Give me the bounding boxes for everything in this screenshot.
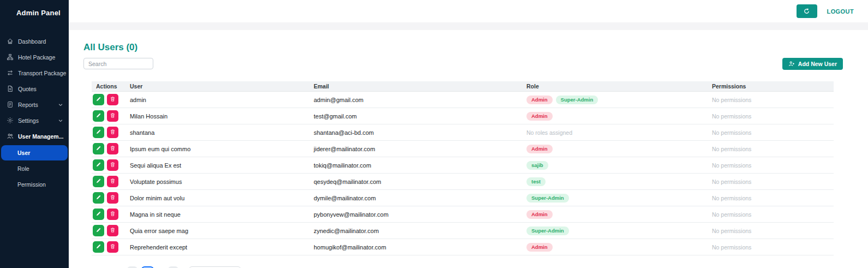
- pencil-icon: [95, 128, 101, 136]
- edit-user-button[interactable]: [93, 241, 104, 253]
- user-permissions: No permissions: [708, 97, 834, 103]
- trash-icon: [110, 145, 116, 153]
- topbar-divider: [69, 22, 868, 30]
- actions-cell: [92, 192, 125, 204]
- sitemap-icon: [7, 53, 14, 61]
- add-new-user-button[interactable]: Add New User: [782, 58, 843, 70]
- sidebar-item-label: Dashboard: [18, 38, 46, 45]
- role-badge: test: [526, 177, 546, 186]
- sidebar-subitem-role[interactable]: Role: [1, 161, 68, 176]
- user-permissions: No permissions: [708, 228, 834, 234]
- delete-user-button[interactable]: [107, 192, 118, 204]
- trash-icon: [110, 112, 116, 120]
- pencil-icon: [95, 161, 101, 169]
- delete-user-button[interactable]: [107, 176, 118, 187]
- pencil-icon: [95, 112, 101, 120]
- sidebar-subnav: UserRolePermission: [0, 145, 69, 192]
- sidebar-subitem-user[interactable]: User: [1, 145, 68, 160]
- column-header-permissions: Permissions: [708, 83, 834, 90]
- trash-icon: [110, 177, 116, 186]
- sidebar-item-hotel-package[interactable]: Hotel Package: [0, 49, 69, 65]
- sidebar-item-quotes[interactable]: Quotes: [0, 81, 69, 97]
- column-header-role: Role: [522, 83, 708, 90]
- delete-user-button[interactable]: [107, 209, 118, 220]
- users-table: ActionsUserEmailRolePermissions adminadm…: [92, 81, 834, 268]
- pencil-icon: [95, 177, 101, 186]
- edit-user-button[interactable]: [93, 159, 104, 171]
- table-row: Magna in sit nequepybonyvew@mailinator.c…: [92, 206, 834, 223]
- trash-icon: [110, 210, 116, 218]
- report-icon: [7, 101, 14, 108]
- user-name: shantana: [125, 129, 309, 136]
- trash-icon: [110, 227, 116, 235]
- pencil-icon: [95, 96, 101, 104]
- table-row: Voluptate possimusqesydeq@mailinator.com…: [92, 174, 834, 190]
- user-email: admin@gmail.com: [309, 97, 522, 103]
- main-area: LOGOUT All Users (0) Add New User Action…: [69, 0, 868, 268]
- role-badge: Admin: [526, 145, 553, 153]
- edit-user-button[interactable]: [93, 209, 104, 220]
- delete-user-button[interactable]: [107, 241, 118, 253]
- table-row: Sequi aliqua Ex esttokiq@mailinator.coms…: [92, 157, 834, 174]
- column-header-actions: Actions: [92, 83, 125, 90]
- edit-user-button[interactable]: [93, 94, 104, 105]
- app-title: Admin Panel: [0, 0, 69, 17]
- delete-user-button[interactable]: [107, 159, 118, 171]
- edit-user-button[interactable]: [93, 143, 104, 154]
- logout-link[interactable]: LOGOUT: [827, 8, 854, 15]
- page-title: All Users (0): [83, 42, 868, 53]
- table-row: Quia error saepe magzynedic@mailinator.c…: [92, 223, 834, 239]
- sidebar-item-label: User Managem...: [18, 133, 63, 140]
- edit-user-button[interactable]: [93, 192, 104, 204]
- role-badge: Admin: [526, 96, 553, 104]
- user-roles: Super-Admin: [522, 227, 708, 235]
- role-badge: Super-Admin: [526, 194, 569, 203]
- user-name: Reprehenderit except: [125, 244, 309, 251]
- user-email: test@gmail.com: [309, 113, 522, 120]
- sidebar-item-dashboard[interactable]: Dashboard: [0, 33, 69, 49]
- sidebar-subitem-permission[interactable]: Permission: [1, 177, 68, 192]
- edit-user-button[interactable]: [93, 127, 104, 138]
- pencil-icon: [95, 145, 101, 153]
- sidebar-item-user-managem[interactable]: User Managem...: [0, 128, 69, 144]
- search-input[interactable]: [83, 58, 153, 69]
- sidebar-nav: DashboardHotel PackageTransport PackageQ…: [0, 33, 69, 144]
- delete-user-button[interactable]: [107, 225, 118, 236]
- pencil-icon: [95, 210, 101, 218]
- delete-user-button[interactable]: [107, 94, 118, 105]
- delete-user-button[interactable]: [107, 110, 118, 122]
- toolbar: Add New User: [83, 58, 868, 70]
- sidebar-item-transport-package[interactable]: Transport Package: [0, 65, 69, 81]
- users-icon: [7, 133, 14, 140]
- user-roles: No roles assigned: [522, 129, 708, 136]
- trash-icon: [110, 128, 116, 136]
- user-roles: sajib: [522, 161, 708, 170]
- user-permissions: No permissions: [708, 211, 834, 218]
- edit-user-button[interactable]: [93, 225, 104, 236]
- trash-icon: [110, 194, 116, 202]
- user-roles: Admin: [522, 210, 708, 219]
- user-name: Sequi aliqua Ex est: [125, 162, 309, 169]
- delete-user-button[interactable]: [107, 127, 118, 138]
- sidebar-item-label: Transport Package: [18, 70, 66, 76]
- users-table-body: adminadmin@gmail.comAdminSuper-AdminNo p…: [92, 92, 834, 255]
- refresh-button[interactable]: [797, 4, 817, 18]
- edit-user-button[interactable]: [93, 176, 104, 187]
- table-row: adminadmin@gmail.comAdminSuper-AdminNo p…: [92, 92, 834, 108]
- user-roles: Admin: [522, 243, 708, 252]
- user-permissions: No permissions: [708, 146, 834, 152]
- sidebar-item-reports[interactable]: Reports: [0, 97, 69, 112]
- actions-cell: [92, 176, 125, 187]
- user-roles: Super-Admin: [522, 194, 708, 203]
- user-permissions: No permissions: [708, 113, 834, 120]
- edit-user-button[interactable]: [93, 110, 104, 122]
- role-badge: Admin: [526, 243, 553, 252]
- actions-cell: [92, 159, 125, 171]
- actions-cell: [92, 110, 125, 122]
- actions-cell: [92, 127, 125, 138]
- user-roles: Admin: [522, 112, 708, 121]
- user-email: shantana@aci-bd.com: [309, 129, 522, 136]
- sidebar-item-settings[interactable]: Settings: [0, 112, 69, 128]
- delete-user-button[interactable]: [107, 143, 118, 154]
- gear-icon: [7, 117, 14, 124]
